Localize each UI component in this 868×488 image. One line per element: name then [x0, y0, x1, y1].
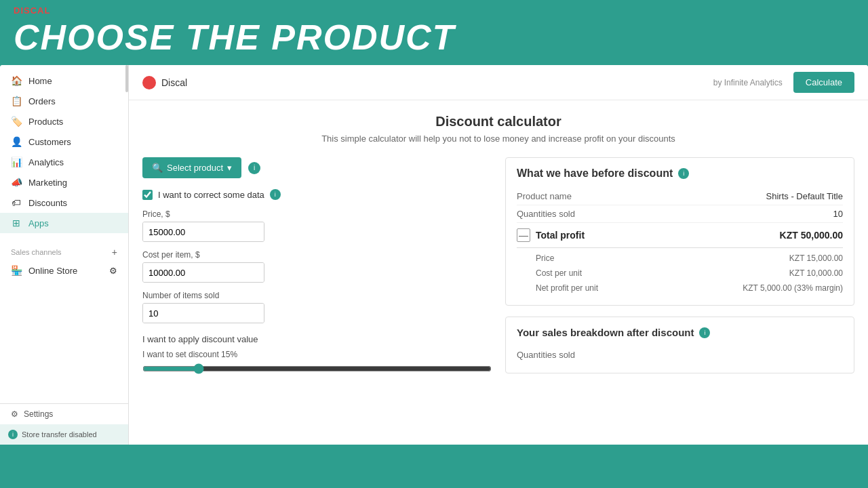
- sidebar-item-apps[interactable]: ⊞ Apps: [0, 213, 128, 233]
- sidebar-item-orders[interactable]: 📋 Orders: [0, 91, 128, 111]
- items-sold-input[interactable]: [143, 304, 264, 323]
- search-icon: 🔍: [152, 163, 163, 173]
- sidebar-label-customers: Customers: [28, 137, 71, 147]
- net-profit-sub-value: KZT 5,000.00 (33% margin): [743, 283, 843, 293]
- cost-per-item-field-group: Cost per item, $ ▲ ▼: [142, 250, 492, 283]
- sidebar-item-marketing[interactable]: 📣 Marketing: [0, 172, 128, 192]
- sidebar-nav: 🏠 Home 📋 Orders 🏷️ Products 👤 Customers …: [0, 65, 128, 239]
- app-content-area: Discal by Infinite Analytics Calculate D…: [129, 65, 868, 445]
- online-store-icon: 🏪: [11, 265, 22, 276]
- sidebar-bottom: ⚙ Settings i Store transfer disabled: [0, 403, 128, 445]
- discounts-icon: 🏷: [11, 197, 22, 208]
- total-profit-left: — Total profit: [517, 228, 585, 242]
- price-label: Price, $: [142, 209, 492, 219]
- products-icon: 🏷️: [11, 116, 22, 127]
- correct-data-info-icon[interactable]: i: [270, 189, 281, 200]
- app-logo-dot: [142, 76, 156, 89]
- sidebar-item-online-store[interactable]: 🏪 Online Store ⚙: [0, 260, 128, 281]
- net-profit-sub-label: Net profit per unit: [536, 283, 598, 293]
- quantities-sold-label: Quantities sold: [517, 209, 575, 219]
- before-discount-info-icon[interactable]: i: [678, 168, 689, 179]
- price-input[interactable]: [143, 222, 264, 241]
- select-product-info-icon[interactable]: i: [248, 162, 260, 174]
- sales-channels-label: Sales channels: [11, 248, 62, 256]
- sidebar-item-home[interactable]: 🏠 Home: [0, 70, 128, 91]
- discount-slider[interactable]: [142, 363, 492, 374]
- orders-icon: 📋: [11, 96, 22, 106]
- sidebar-item-products[interactable]: 🏷️ Products: [0, 111, 128, 131]
- cost-per-item-input[interactable]: [143, 263, 264, 282]
- store-transfer-info-icon: i: [8, 430, 18, 439]
- before-discount-section: What we have before discount i Product n…: [505, 157, 854, 306]
- brand-name: DISCAL: [14, 5, 854, 16]
- items-sold-field-group: Number of items sold ▲ ▼: [142, 291, 492, 323]
- settings-item[interactable]: ⚙ Settings: [0, 404, 128, 424]
- calculator-left-panel: 🔍 Select product ▾ i I want to correct s…: [142, 157, 492, 377]
- calculator-title: Discount calculator: [142, 114, 854, 129]
- store-transfer-notice: i Store transfer disabled: [0, 424, 128, 445]
- net-profit-sub-row: Net profit per unit KZT 5,000.00 (33% ma…: [517, 281, 843, 296]
- total-profit-label: Total profit: [536, 230, 585, 241]
- after-quantities-sold-label: Quantities sold: [517, 350, 575, 360]
- online-store-settings-icon[interactable]: ⚙: [109, 266, 117, 276]
- customers-icon: 👤: [11, 136, 22, 147]
- apply-discount-label: I want to apply discount value: [142, 334, 492, 344]
- sales-channels-section: Sales channels +: [0, 239, 128, 260]
- settings-icon: ⚙: [11, 409, 18, 419]
- items-sold-input-wrap: ▲ ▼: [142, 303, 264, 323]
- sidebar-label-home: Home: [28, 76, 52, 86]
- apps-icon: ⊞: [11, 218, 22, 228]
- page-title: CHOOSE THE PRODUCT: [14, 18, 854, 57]
- sidebar-item-analytics[interactable]: 📊 Analytics: [0, 152, 128, 172]
- app-header: Discal by Infinite Analytics Calculate: [129, 65, 868, 100]
- sidebar-item-customers[interactable]: 👤 Customers: [0, 131, 128, 152]
- slider-label: I want to set discount 15%: [142, 350, 492, 359]
- select-product-button[interactable]: 🔍 Select product ▾: [142, 157, 241, 178]
- calculator-right-panel: What we have before discount i Product n…: [505, 157, 854, 377]
- collapse-button[interactable]: —: [517, 228, 530, 242]
- sidebar-label-apps: Apps: [28, 218, 49, 228]
- calculator-subtitle: This simple calculator will help you not…: [142, 134, 854, 144]
- cost-per-item-label: Cost per item, $: [142, 250, 492, 260]
- store-transfer-label: Store transfer disabled: [22, 430, 97, 439]
- select-product-row: 🔍 Select product ▾ i: [142, 157, 492, 178]
- after-discount-section: Your sales breakdown after discount i Qu…: [505, 317, 854, 373]
- sidebar-label-orders: Orders: [28, 96, 56, 106]
- discount-slider-wrap: [142, 363, 492, 377]
- cost-per-unit-sub-value: KZT 10,000.00: [789, 268, 843, 278]
- before-discount-title: What we have before discount: [517, 167, 673, 180]
- price-sub-row: Price KZT 15,000.00: [517, 251, 843, 266]
- product-name-label: Product name: [517, 191, 572, 201]
- after-discount-info-icon[interactable]: i: [699, 327, 710, 338]
- marketing-icon: 📣: [11, 177, 22, 188]
- sidebar: 🏠 Home 📋 Orders 🏷️ Products 👤 Customers …: [0, 65, 129, 445]
- price-input-wrap: ▲ ▼: [142, 222, 264, 242]
- after-discount-title: Your sales breakdown after discount: [517, 327, 694, 338]
- sidebar-label-online-store: Online Store: [28, 266, 77, 276]
- cost-per-item-input-wrap: ▲ ▼: [142, 262, 264, 283]
- app-name-label: Discal: [161, 77, 187, 88]
- product-name-value: Shirts - Default Title: [766, 191, 843, 201]
- settings-label: Settings: [24, 409, 53, 419]
- add-sales-channel-button[interactable]: +: [112, 247, 117, 258]
- app-header-left: Discal: [142, 76, 187, 89]
- select-product-label: Select product: [167, 163, 223, 173]
- correct-data-row: I want to correct some data i: [142, 189, 492, 200]
- total-profit-row: — Total profit KZT 50,000.00: [517, 223, 843, 248]
- price-sub-label: Price: [536, 253, 554, 263]
- correct-data-checkbox[interactable]: [142, 190, 153, 200]
- app-by-label: by Infinite Analytics: [713, 78, 783, 87]
- app-body: Discount calculator This simple calculat…: [129, 100, 868, 390]
- home-icon: 🏠: [11, 75, 22, 86]
- correct-data-label: I want to correct some data: [158, 190, 264, 200]
- total-profit-value: KZT 50,000.00: [780, 230, 843, 241]
- sidebar-item-discounts[interactable]: 🏷 Discounts: [0, 192, 128, 213]
- chevron-down-icon: ▾: [227, 163, 232, 173]
- quantities-sold-value: 10: [833, 209, 843, 219]
- product-name-row: Product name Shirts - Default Title: [517, 188, 843, 205]
- items-sold-label: Number of items sold: [142, 291, 492, 300]
- before-discount-title-row: What we have before discount i: [517, 167, 843, 180]
- price-field-group: Price, $ ▲ ▼: [142, 209, 492, 242]
- calculate-button[interactable]: Calculate: [793, 72, 854, 93]
- calculator-columns: 🔍 Select product ▾ i I want to correct s…: [142, 157, 854, 377]
